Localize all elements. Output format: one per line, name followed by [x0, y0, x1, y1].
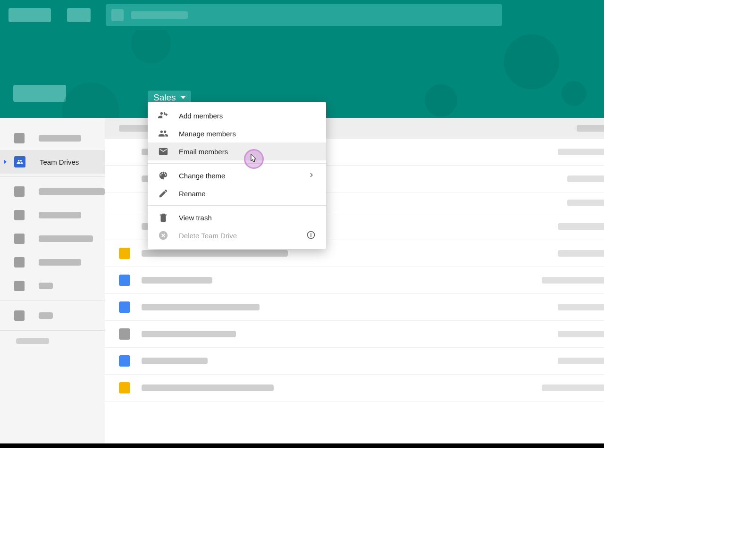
file-meta [542, 277, 604, 284]
sidebar-separator [0, 330, 105, 331]
file-row[interactable] [105, 294, 604, 321]
sidebar-item-team-drives[interactable]: Team Drives [0, 150, 105, 174]
menu-change-theme[interactable]: Change theme [148, 167, 326, 184]
menu-label: Email members [179, 148, 228, 156]
menu-separator [148, 163, 326, 164]
trash-icon [158, 212, 168, 223]
sidebar-label [39, 259, 81, 266]
people-icon [158, 128, 168, 139]
menu-rename[interactable]: Rename [148, 184, 326, 202]
team-drive-context-menu: Add members Manage members Email members… [148, 102, 326, 249]
sidebar-icon [14, 281, 25, 291]
file-meta [558, 223, 604, 230]
add-members-icon [158, 110, 168, 121]
search-placeholder [131, 11, 188, 19]
file-row[interactable] [105, 321, 604, 348]
sidebar-item[interactable] [0, 227, 105, 251]
edit-icon [158, 188, 168, 199]
top-bar [0, 0, 604, 30]
sidebar-item[interactable] [0, 304, 105, 327]
new-button[interactable] [13, 85, 66, 102]
sidebar-separator [0, 301, 105, 301]
menu-separator [148, 205, 326, 206]
section-meta [567, 200, 604, 206]
palette-icon [158, 170, 168, 181]
file-type-icon [119, 328, 130, 340]
file-row[interactable] [105, 267, 604, 294]
sidebar-label [39, 188, 105, 195]
team-drive-name: Sales [153, 92, 176, 103]
chevron-right-icon [307, 171, 316, 181]
caret-down-icon [181, 96, 185, 99]
sidebar-icon [14, 186, 25, 197]
team-drives-icon [14, 156, 25, 167]
menu-label: Change theme [179, 172, 225, 180]
file-name [142, 384, 274, 391]
file-meta [558, 331, 604, 337]
file-type-icon [119, 248, 130, 259]
menu-add-members[interactable]: Add members [148, 107, 326, 125]
sidebar-label [39, 212, 81, 218]
menu-label: View trash [179, 214, 212, 222]
sidebar-team-drives-label: Team Drives [40, 158, 79, 166]
file-meta [558, 304, 604, 310]
file-name [142, 331, 236, 337]
sidebar-label [39, 283, 53, 289]
sidebar-icon [14, 257, 25, 267]
bottom-border [0, 443, 604, 448]
menu-label: Manage members [179, 130, 236, 138]
sidebar-item[interactable] [0, 203, 105, 227]
file-meta [558, 250, 604, 257]
menu-email-members[interactable]: Email members [148, 142, 326, 160]
file-type-icon [119, 382, 130, 393]
file-name [142, 304, 260, 310]
sidebar-item[interactable] [0, 251, 105, 274]
sidebar-label [39, 312, 53, 319]
sidebar-icon [14, 310, 25, 321]
sidebar-label [39, 135, 81, 142]
file-name [142, 250, 288, 257]
sidebar-icon [14, 133, 25, 143]
file-meta [542, 384, 604, 391]
sidebar-footnote [16, 338, 49, 344]
sidebar-icon [14, 234, 25, 244]
sidebar-item[interactable] [0, 126, 105, 150]
file-type-icon [119, 355, 130, 367]
sidebar-item[interactable] [0, 180, 105, 203]
logo-placeholder [8, 8, 51, 22]
cursor-click-indicator [244, 149, 264, 169]
menu-label: Delete Team Drive [179, 232, 237, 240]
sidebar-label [39, 235, 93, 242]
file-type-icon [119, 275, 130, 286]
menu-label: Rename [179, 190, 206, 198]
menu-label: Add members [179, 112, 223, 120]
info-icon[interactable] [306, 230, 316, 241]
sidebar-item[interactable] [0, 274, 105, 298]
close-circle-icon [158, 230, 168, 241]
search-icon [111, 9, 124, 21]
file-name [142, 277, 212, 284]
sidebar-icon [14, 210, 25, 220]
file-type-icon [119, 301, 130, 313]
apps-button-placeholder[interactable] [67, 8, 91, 22]
file-name [142, 358, 208, 364]
file-meta [567, 176, 604, 182]
column-header-meta[interactable] [577, 125, 604, 132]
file-row[interactable] [105, 348, 604, 375]
menu-delete-team-drive: Delete Team Drive [148, 226, 326, 244]
file-meta [558, 358, 604, 364]
menu-manage-members[interactable]: Manage members [148, 125, 326, 142]
email-icon [158, 146, 168, 157]
file-meta [558, 149, 604, 155]
expand-caret-icon [4, 159, 7, 164]
sidebar-separator [0, 176, 105, 177]
search-box[interactable] [106, 4, 502, 26]
menu-view-trash[interactable]: View trash [148, 209, 326, 226]
file-row[interactable] [105, 375, 604, 401]
sidebar: Team Drives [0, 118, 105, 448]
